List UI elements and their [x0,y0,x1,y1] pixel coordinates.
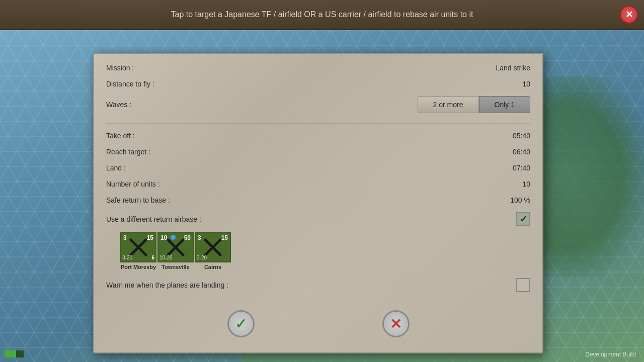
airfield-icon-port-moresby [129,238,148,257]
airbase-tile-townsville: 10 50 10-20 [157,232,194,262]
top-instruction-bar: Tap to target a Japanese TF / airfield O… [0,0,644,30]
airbase-section: Use a different return airbase : ✓ 3 15 [106,212,530,270]
distance-label: Distance to fly : [106,80,207,88]
mission-row: Mission : Land strike [106,64,530,72]
tile-top-left-port-moresby: 3 [123,234,127,241]
warn-row: Warn me when the planes are landing : [106,278,530,292]
safe-return-value: 100 % [510,196,530,204]
warn-label: Warn me when the planes are landing : [106,281,228,289]
confirm-button[interactable]: ✓ [227,310,255,337]
warn-checkbox[interactable] [516,278,530,292]
land-value: 07:40 [513,164,530,172]
airbase-tile-port-moresby: 3 15 3-20 6 [120,232,156,262]
airbase-name-port-moresby: Port Moresby [121,264,156,270]
safe-return-row: Safe return to base : 100 % [106,196,530,204]
tile-bottom-left-cairns: 3-20 [197,255,207,260]
land-label: Land : [106,164,207,172]
waves-button-group: 2 or more Only 1 [418,96,530,113]
airbase-card-cairns[interactable]: 3 15 3-20 Cairns [195,232,231,270]
tile-bottom-right-port-moresby: 6 [151,255,154,260]
tile-top-left-townsville: 10 [160,234,167,241]
airbase-card-townsville[interactable]: 10 50 10-20 Townsville [157,232,194,270]
action-buttons-row: ✓ ✕ [106,300,530,342]
airfield-icon-townsville [166,238,185,257]
reach-target-row: Reach target : 06:40 [106,148,530,156]
reach-target-label: Reach target : [106,148,207,156]
airbase-label: Use a different return airbase : [106,215,207,223]
airbase-name-cairns: Cairns [204,264,221,270]
airbase-cards-container: 3 15 3-20 6 Port Moresby 10 [120,232,530,270]
tile-top-right-port-moresby: 15 [147,234,153,241]
mission-dialog: Mission : Land strike Distance to fly : … [93,53,543,353]
airfield-icon-cairns [203,238,222,257]
mini-indicator [4,350,24,358]
tile-top-left-cairns: 3 [198,234,201,241]
num-units-row: Number of units : 10 [106,180,530,188]
distance-row: Distance to fly : 10 [106,80,530,88]
tile-top-right-townsville: 50 [184,234,191,241]
waves-two-or-more-button[interactable]: 2 or more [418,96,479,113]
num-units-value: 10 [522,180,530,188]
takeoff-row: Take off : 05:40 [106,132,530,140]
tile-top-right-cairns: 15 [221,234,228,241]
tile-dot-townsville [171,235,176,240]
waves-label: Waves : [106,101,207,109]
build-label: Development Build [577,347,644,362]
airbase-tile-cairns: 3 15 3-20 [195,232,231,262]
safe-return-label: Safe return to base : [106,196,207,204]
airbase-checkbox[interactable]: ✓ [516,212,530,226]
mission-value: Land strike [496,64,530,72]
tile-bottom-left-port-moresby: 3-20 [122,255,132,260]
instruction-text: Tap to target a Japanese TF / airfield O… [171,10,473,19]
divider-1 [106,123,530,124]
num-units-label: Number of units : [106,180,207,188]
airbase-checkbox-mark: ✓ [520,214,527,225]
airbase-name-townsville: Townsville [162,264,189,270]
close-button[interactable]: ✕ [620,6,638,24]
distance-value: 10 [522,80,530,88]
waves-row: Waves : 2 or more Only 1 [106,96,530,113]
airbase-label-row: Use a different return airbase : ✓ [106,212,530,226]
waves-only-one-button[interactable]: Only 1 [479,96,530,113]
airbase-card-port-moresby[interactable]: 3 15 3-20 6 Port Moresby [120,232,156,270]
mini-bar [5,350,16,357]
tile-bottom-left-townsville: 10-20 [159,255,173,260]
takeoff-label: Take off : [106,132,207,140]
cancel-button[interactable]: ✕ [382,310,410,337]
mission-label: Mission : [106,64,207,72]
reach-target-value: 06:40 [513,148,530,156]
takeoff-value: 05:40 [513,132,530,140]
land-row: Land : 07:40 [106,164,530,172]
